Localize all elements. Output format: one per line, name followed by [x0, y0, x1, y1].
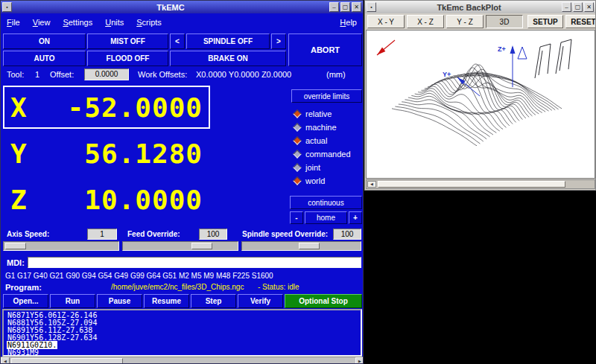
- radio-diamond-icon: [293, 136, 301, 144]
- maximize-icon[interactable]: ▢: [340, 2, 350, 12]
- reset-button[interactable]: RESET: [565, 15, 596, 28]
- radio-diamond-icon: [293, 123, 301, 131]
- backplot-hscrollbar[interactable]: ◀: [366, 179, 595, 189]
- spindle-slower-button[interactable]: <: [170, 33, 185, 49]
- work-offsets-value: X0.0000 Y0.0000 Z0.0000: [196, 70, 291, 79]
- axis-speed-slider-handle[interactable]: [5, 243, 26, 249]
- program-hscrollbar[interactable]: ◀ ▶: [1, 357, 364, 364]
- dro-y-letter: Y: [10, 138, 27, 169]
- radio-label: commanded: [305, 150, 351, 159]
- scroll-left-icon[interactable]: ◀: [1, 357, 10, 364]
- spindle-override-slider-handle[interactable]: [299, 243, 320, 249]
- work-offsets-label: Work Offsets:: [138, 70, 187, 79]
- window-menu-icon[interactable]: ▪: [2, 2, 12, 12]
- minimize-icon[interactable]: –: [329, 2, 339, 12]
- feed-override-label: Feed Override:: [127, 230, 180, 238]
- program-label: Program:: [5, 283, 42, 292]
- spindle-button[interactable]: SPINDLE OFF: [186, 33, 270, 49]
- tool-value: 1: [35, 70, 39, 79]
- close-icon[interactable]: ✕: [352, 2, 361, 12]
- radio-actual[interactable]: actual: [294, 134, 363, 147]
- radio-machine[interactable]: machine: [294, 121, 363, 134]
- home-button[interactable]: home: [305, 211, 347, 224]
- maximize-icon[interactable]: ▢: [573, 2, 583, 12]
- menu-item-file[interactable]: File: [7, 18, 20, 27]
- active-gcodes: G1 G17 G40 G21 G90 G94 G54 G49 G99 G64 G…: [5, 272, 360, 280]
- scrollbar-handle[interactable]: [11, 358, 123, 364]
- axis-speed-label: Axis Speed:: [7, 230, 49, 238]
- spindle-faster-button[interactable]: >: [271, 33, 286, 49]
- override-limits-button[interactable]: override limits: [291, 89, 362, 103]
- flood-button[interactable]: FLOOD OFF: [87, 51, 168, 66]
- backplot-window: ▪ TkEmc BackPlot – ▢ ✕ X - YX - ZY - Z3D…: [364, 0, 596, 191]
- radio-label: machine: [305, 123, 337, 132]
- radio-commanded[interactable]: commanded: [294, 147, 363, 161]
- jog-minus-button[interactable]: -: [290, 211, 303, 224]
- menu-item-help[interactable]: Help: [340, 18, 357, 27]
- scrollbar-handle[interactable]: [378, 181, 565, 188]
- backplot-titlebar[interactable]: ▪ TkEmc BackPlot – ▢ ✕: [365, 1, 595, 13]
- radio-label: joint: [305, 163, 320, 172]
- menu-item-settings[interactable]: Settings: [63, 18, 92, 27]
- view-buttons: X - YX - ZY - Z3D: [367, 15, 523, 28]
- mist-button[interactable]: MIST OFF: [87, 33, 168, 49]
- radio-label: world: [305, 176, 325, 185]
- scroll-right-icon[interactable]: ▶: [355, 357, 364, 364]
- button-resume[interactable]: Resume: [144, 294, 189, 308]
- program-line[interactable]: N6931M9: [7, 349, 358, 357]
- view-x-z-button[interactable]: X - Z: [407, 15, 444, 28]
- setup-button[interactable]: SETUP: [527, 15, 563, 28]
- backplot-toolbar: X - YX - ZY - Z3D SETUP RESET: [365, 13, 595, 30]
- view-y-z-button[interactable]: Y - Z: [446, 15, 484, 28]
- button-run[interactable]: Run: [50, 294, 95, 308]
- feed-override-slider-handle[interactable]: [191, 243, 212, 249]
- program-listing[interactable]: N6871Y56.061Z-26.146N6881Y56.105Z-27.094…: [2, 309, 362, 357]
- offset-entry[interactable]: 0.0000: [84, 68, 129, 80]
- view-3d-button[interactable]: 3D: [486, 15, 523, 28]
- button-step[interactable]: Step: [191, 294, 236, 308]
- jog-mode-button[interactable]: continuous: [290, 196, 362, 209]
- button-pause[interactable]: Pause: [97, 294, 142, 308]
- menu-item-units[interactable]: Units: [105, 18, 124, 27]
- dro-axis-x[interactable]: X -52.0000: [3, 86, 210, 129]
- program-button-row: Open...RunPauseResumeStepVerify Optional…: [3, 294, 362, 308]
- backplot-window-title: TkEmc BackPlot: [376, 3, 562, 12]
- abort-button[interactable]: ABORT: [288, 33, 362, 66]
- jog-plus-button[interactable]: +: [349, 211, 362, 224]
- radio-diamond-icon: [293, 150, 301, 158]
- optional-stop-button[interactable]: Optional Stop: [285, 294, 362, 308]
- button-open[interactable]: Open...: [3, 294, 48, 308]
- brake-button[interactable]: BRAKE ON: [170, 51, 286, 66]
- scroll-left-icon[interactable]: ◀: [367, 181, 376, 188]
- menu-item-scripts[interactable]: Scripts: [136, 18, 162, 27]
- dro-axis-z[interactable]: Z 10.0000: [3, 178, 210, 221]
- dro-axis-y[interactable]: Y 56.1280: [3, 132, 210, 175]
- units-label: (mm): [326, 70, 346, 79]
- minimize-icon[interactable]: –: [562, 2, 571, 12]
- mode-auto-button[interactable]: AUTO: [3, 51, 86, 66]
- menu-items: FileViewSettingsUnitsScripts: [7, 18, 162, 27]
- view-x-y-button[interactable]: X - Y: [367, 15, 405, 28]
- close-icon[interactable]: ✕: [584, 2, 594, 12]
- z-axis-label: Z+: [498, 45, 506, 53]
- spindle-override-slider[interactable]: [241, 241, 361, 251]
- spindle-override-label: Spindle speed Override:: [242, 230, 328, 238]
- axis-speed-slider[interactable]: [3, 241, 119, 251]
- program-line[interactable]: N6911G0Z10.: [7, 342, 358, 349]
- mdi-input[interactable]: [28, 257, 361, 268]
- menu-item-view[interactable]: View: [33, 18, 51, 27]
- feed-override-slider[interactable]: [122, 241, 238, 251]
- program-status: - Status: idle: [258, 283, 299, 291]
- program-line[interactable]: N6901Y56.128Z-27.634: [7, 334, 358, 342]
- machine-on-button[interactable]: ON: [3, 33, 86, 49]
- mdi-label: MDI:: [7, 258, 25, 267]
- y-axis-label: Y+: [443, 71, 451, 78]
- tkemc-titlebar[interactable]: ▪ TkEMC – ▢ ✕: [1, 1, 363, 13]
- window-menu-icon[interactable]: ▪: [367, 2, 376, 12]
- radio-diamond-icon: [293, 163, 301, 171]
- button-verify[interactable]: Verify: [238, 294, 283, 308]
- radio-joint[interactable]: joint: [294, 161, 363, 174]
- radio-relative[interactable]: relative: [294, 107, 363, 121]
- radio-diamond-icon: [293, 176, 301, 185]
- radio-world[interactable]: world: [294, 174, 363, 188]
